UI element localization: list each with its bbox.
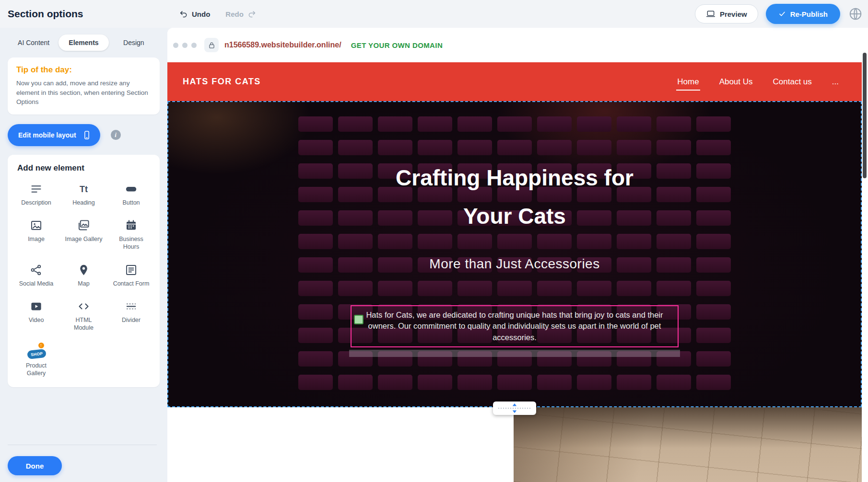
element-contact-form[interactable]: Contact Form xyxy=(107,264,155,288)
browser-chrome: n1566589.websitebuilder.online/ GET YOUR… xyxy=(167,28,868,62)
hero-tile xyxy=(457,140,492,155)
contact-form-icon xyxy=(125,264,138,276)
element-map[interactable]: Map xyxy=(60,264,107,288)
hero-tile xyxy=(418,375,452,390)
hero-tile xyxy=(657,116,691,132)
sidebar-divider xyxy=(8,445,157,445)
preview-button[interactable]: Preview xyxy=(695,4,758,23)
lock-icon xyxy=(208,41,216,49)
image-icon xyxy=(30,219,43,232)
nav-item-more[interactable]: ... xyxy=(831,73,840,91)
hero-tile xyxy=(537,281,572,296)
hero-tile xyxy=(338,116,373,132)
hero-tile xyxy=(696,116,731,132)
element-business-hours[interactable]: Business Hours xyxy=(107,219,155,251)
element-heading[interactable]: Tt Heading xyxy=(60,183,107,207)
hero-tile xyxy=(537,140,572,155)
element-image-gallery[interactable]: Image Gallery xyxy=(60,219,107,251)
html-code-icon xyxy=(77,300,90,313)
element-grid: Description Tt Heading Button Image Imag… xyxy=(12,183,155,378)
element-html-module[interactable]: HTML Module xyxy=(60,300,107,332)
hero-tile xyxy=(298,375,333,390)
hero-tile xyxy=(696,351,731,367)
hero-tile xyxy=(657,281,691,296)
hero-tile xyxy=(418,281,452,296)
video-icon xyxy=(30,300,43,313)
republish-label: Re-Publish xyxy=(790,10,828,18)
element-social-media[interactable]: Social Media xyxy=(12,264,60,288)
done-button[interactable]: Done xyxy=(8,456,62,475)
republish-button[interactable]: Re-Publish xyxy=(766,4,840,24)
site-header[interactable]: HATS FOR CATS Home About Us Contact us .… xyxy=(167,62,862,101)
tab-ai-content[interactable]: AI Content xyxy=(9,34,59,51)
redo-button[interactable]: Redo xyxy=(225,10,256,18)
product-gallery-icon: SHOP ↑ xyxy=(26,344,47,358)
hero-heading[interactable]: Crafting Happiness for Your Cats xyxy=(168,159,861,235)
nav-item-home[interactable]: Home xyxy=(676,73,700,91)
element-image[interactable]: Image xyxy=(12,219,60,251)
nav-item-about[interactable]: About Us xyxy=(718,73,754,91)
hero-subheading[interactable]: More than Just Accessories xyxy=(168,256,861,272)
get-domain-link[interactable]: GET YOUR OWN DOMAIN xyxy=(351,41,443,49)
resize-arrows-icon xyxy=(497,403,532,413)
tab-design[interactable]: Design xyxy=(109,34,159,51)
business-hours-icon xyxy=(125,219,138,232)
hero-tile xyxy=(696,375,731,390)
element-placeholder-strip xyxy=(349,350,680,357)
hero-tile xyxy=(617,234,651,249)
check-icon xyxy=(778,10,786,18)
tip-body: Now you can add, move and resize any ele… xyxy=(16,79,151,107)
next-section-image[interactable] xyxy=(514,407,862,482)
element-video[interactable]: Video xyxy=(12,300,60,332)
topbar: Section options Undo Redo Preview Re-Pub… xyxy=(0,0,868,28)
undo-icon xyxy=(179,10,188,18)
hero-tile xyxy=(696,234,731,249)
hero-tile xyxy=(696,328,731,343)
hero-tile xyxy=(537,375,572,390)
description-icon xyxy=(30,183,43,195)
phone-icon xyxy=(82,130,92,140)
hero-tile xyxy=(577,281,611,296)
hero-tile xyxy=(457,375,492,390)
tip-title: Tip of the day: xyxy=(16,65,151,75)
element-button[interactable]: Button xyxy=(107,183,155,207)
nav-item-contact[interactable]: Contact us xyxy=(772,73,813,91)
window-controls xyxy=(173,43,197,48)
edit-mobile-layout-button[interactable]: Edit mobile layout xyxy=(8,124,100,146)
hero-tile xyxy=(298,234,333,249)
hero-tile xyxy=(617,116,651,132)
hero-tile xyxy=(696,304,731,320)
info-icon[interactable]: i xyxy=(111,130,121,140)
element-product-gallery[interactable]: SHOP ↑ Product Gallery xyxy=(12,344,60,377)
edit-mobile-layout-label: Edit mobile layout xyxy=(18,131,76,139)
scrollbar-thumb[interactable] xyxy=(863,53,867,178)
tab-elements[interactable]: Elements xyxy=(59,34,108,51)
site-logo[interactable]: HATS FOR CATS xyxy=(183,77,261,87)
drag-handle[interactable] xyxy=(354,315,364,324)
section-resize-handle[interactable] xyxy=(493,402,536,415)
hero-section-selected[interactable]: Crafting Happiness for Your Cats More th… xyxy=(167,101,862,407)
hero-tile xyxy=(497,140,532,155)
redo-label: Redo xyxy=(225,10,244,18)
language-globe-button[interactable] xyxy=(848,6,863,22)
window-dot xyxy=(182,43,188,48)
heading-icon: Tt xyxy=(77,183,90,195)
hero-tile xyxy=(338,375,373,390)
tip-of-the-day-card: Tip of the day: Now you can add, move an… xyxy=(8,57,160,115)
add-element-card: Add new element Description Tt Heading B… xyxy=(8,155,160,387)
hero-tile xyxy=(378,116,412,132)
image-gallery-icon xyxy=(77,219,90,232)
url-bar: n1566589.websitebuilder.online/ GET YOUR… xyxy=(204,38,443,52)
undo-button[interactable]: Undo xyxy=(179,10,210,18)
hero-paragraph-text: Hats for Cats, we are dedicated to craft… xyxy=(357,310,672,343)
hero-tile xyxy=(418,116,452,132)
site-url: n1566589.websitebuilder.online/ xyxy=(224,41,341,49)
hero-paragraph-selected[interactable]: Hats for Cats, we are dedicated to craft… xyxy=(351,305,679,347)
hero-tile xyxy=(537,116,572,132)
hero-tile xyxy=(338,281,373,296)
page-title: Section options xyxy=(8,8,83,20)
element-divider[interactable]: Divider xyxy=(107,300,155,332)
hero-tile xyxy=(577,234,611,249)
element-description[interactable]: Description xyxy=(12,183,60,207)
lock-badge xyxy=(204,38,219,52)
